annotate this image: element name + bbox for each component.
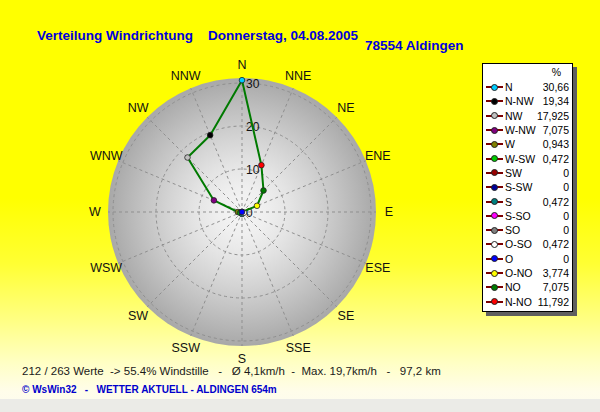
legend-marker-icon [486, 269, 503, 278]
legend-row-n-nw: N-NW19,34 [483, 94, 572, 108]
legend-row-n: N30,66 [483, 80, 572, 94]
legend-direction-label: O [505, 253, 513, 265]
legend-marker-icon [486, 97, 503, 106]
compass-label-sse: SSE [286, 341, 311, 355]
legend-value: 17,925 [537, 110, 569, 122]
footer-credit: © WsWin32 - WETTER AKTUELL - ALDINGEN 65… [22, 384, 277, 395]
axis-tick-label: 30 [246, 77, 260, 91]
legend-direction-label: S-SO [505, 210, 531, 222]
legend-value: 0 [563, 224, 569, 236]
legend-value: 0,472 [543, 196, 569, 208]
app-background: Verteilung WindrichtungDonnerstag, 04.08… [0, 0, 600, 412]
legend-header: % [483, 65, 572, 80]
legend-marker-icon [486, 126, 503, 135]
legend-marker-icon [486, 183, 503, 192]
legend-marker-icon [486, 168, 503, 177]
status-line: 212 / 263 Werte -> 55.4% Windstille - Ø … [22, 365, 441, 377]
data-point-marker-n-no [259, 162, 265, 168]
data-point-marker-n-nw [207, 132, 213, 138]
legend-value: 3,774 [543, 267, 569, 279]
legend-direction-label: O-SO [505, 238, 532, 250]
legend-marker-icon [486, 111, 503, 120]
data-point-marker-nw [185, 155, 191, 161]
legend-row-nw: NW17,925 [483, 109, 572, 123]
legend-value: 11,792 [538, 296, 569, 308]
data-point-marker-n [239, 77, 245, 83]
compass-label-nne: NNE [285, 69, 311, 83]
legend-row-no: NO7,075 [483, 280, 572, 294]
legend-direction-label: N-NO [505, 296, 532, 308]
legend-row-w-nw: W-NW7,075 [483, 123, 572, 137]
legend-marker-icon [486, 211, 503, 220]
legend-value: 0 [563, 210, 569, 222]
compass-label-sw: SW [128, 309, 148, 323]
legend-marker-icon [486, 283, 503, 292]
legend-direction-label: O-NO [505, 267, 532, 279]
legend-row-o-so: O-SO0,472 [483, 237, 572, 251]
compass-label-wnw: WNW [90, 149, 123, 163]
data-point-marker-o [239, 209, 245, 215]
legend-value: 0 [563, 167, 569, 179]
legend-marker-icon [486, 140, 503, 149]
legend-direction-label: W-SW [505, 153, 535, 165]
legend-row-so: SO0 [483, 223, 572, 237]
legend-value: 0,943 [543, 138, 569, 150]
legend-direction-label: S-SW [505, 181, 532, 193]
legend-value: 0,472 [543, 153, 569, 165]
legend-box: % N30,66N-NW19,34NW17,925W-NW7,075W0,943… [482, 63, 573, 312]
legend-direction-label: N [505, 81, 513, 93]
legend-value: 0,472 [543, 238, 569, 250]
compass-label-ne: NE [337, 101, 354, 115]
legend-row-o: O0 [483, 252, 572, 266]
compass-label-ese: ESE [365, 261, 390, 275]
data-point-marker-w-nw [211, 198, 217, 204]
legend-direction-label: N-NW [505, 95, 534, 107]
compass-label-ene: ENE [365, 149, 391, 163]
legend-value: 30,66 [543, 81, 569, 93]
legend-row-w: W0,943 [483, 137, 572, 151]
compass-label-nw: NW [128, 101, 149, 115]
legend-direction-label: W-NW [505, 124, 536, 136]
legend-direction-label: W [505, 138, 515, 150]
legend-row-sw: SW0 [483, 166, 572, 180]
legend-row-s: S0,472 [483, 194, 572, 208]
legend-row-o-no: O-NO3,774 [483, 266, 572, 280]
legend-value: 19,34 [543, 95, 569, 107]
legend-direction-label: SO [505, 224, 520, 236]
compass-label-n: N [237, 58, 246, 72]
window-bottom-strip [0, 399, 600, 412]
legend-marker-icon [486, 297, 503, 306]
legend-marker-icon [486, 240, 503, 249]
legend-value: 7,075 [543, 124, 569, 136]
legend-row-n-no: N-NO11,792 [483, 294, 572, 308]
axis-tick-label: 10 [246, 163, 260, 177]
legend-marker-icon [486, 254, 503, 263]
compass-label-s: S [238, 352, 246, 366]
data-point-marker-no [261, 188, 267, 194]
compass-label-nnw: NNW [171, 69, 201, 83]
compass-label-wsw: WSW [90, 261, 122, 275]
legend-marker-icon [486, 197, 503, 206]
compass-label-ssw: SSW [172, 341, 201, 355]
legend-direction-label: SW [505, 167, 522, 179]
compass-label-se: SE [338, 309, 355, 323]
legend-rows: N30,66N-NW19,34NW17,925W-NW7,075W0,943W-… [483, 80, 572, 309]
legend-value: 7,075 [543, 281, 569, 293]
compass-label-e: E [385, 205, 393, 219]
legend-value: 0 [563, 181, 569, 193]
compass-label-w: W [89, 205, 101, 219]
data-point-marker-o-no [254, 203, 260, 209]
legend-marker-icon [486, 83, 503, 92]
legend-value: 0 [563, 253, 569, 265]
legend-direction-label: S [505, 196, 512, 208]
legend-row-w-sw: W-SW0,472 [483, 151, 572, 165]
legend-row-s-sw: S-SW0 [483, 180, 572, 194]
legend-direction-label: NO [505, 281, 521, 293]
legend-direction-label: NW [505, 110, 523, 122]
legend-marker-icon [486, 226, 503, 235]
legend-marker-icon [486, 154, 503, 163]
legend-row-s-so: S-SO0 [483, 209, 572, 223]
